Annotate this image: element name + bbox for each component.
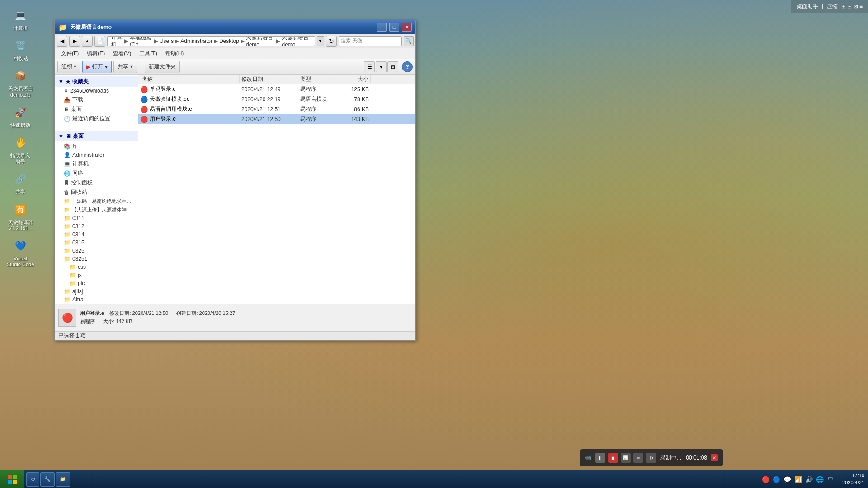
desktop-tree-header[interactable]: ▼ 🖥 桌面 — [55, 131, 138, 141]
desktop-icon-tianming[interactable]: 🈶 天徽翻译器V1.2.191... — [2, 199, 38, 233]
new-folder-button[interactable]: 新建文件夹 — [145, 61, 180, 73]
sidebar-item-controlpanel[interactable]: 🎛 控制面板 — [55, 178, 138, 188]
sidebar-item-css[interactable]: 📁 css — [55, 263, 138, 271]
organize-button[interactable]: 组织 ▾ — [57, 61, 80, 73]
desktop-assistant-label[interactable]: 桌面助手 — [797, 3, 818, 10]
stop-button[interactable]: ⏹ — [608, 453, 618, 463]
chart-button[interactable]: 📊 — [621, 453, 631, 463]
menu-tools[interactable]: 工具(T) — [136, 49, 160, 58]
downloads-icon: ⬇ — [64, 88, 68, 94]
back-button[interactable]: ◀ — [57, 36, 67, 47]
sidebar-item-0312[interactable]: 📁 0312 — [55, 222, 138, 230]
search-button[interactable]: 🔍 — [404, 36, 414, 46]
share-button[interactable]: 共享 ▾ — [113, 61, 137, 73]
controlpanel-icon: 🎛 — [64, 180, 69, 186]
sidebar-item-0315[interactable]: 📁 0315 — [55, 239, 138, 247]
folder-js-icon: 📁 — [69, 272, 76, 278]
help-button[interactable]: ? — [402, 61, 413, 72]
table-row[interactable]: 🔴 用户登录.e 2020/4/21 12:50 易程序 143 KB — [138, 114, 415, 124]
menu-view[interactable]: 查看(V) — [109, 49, 135, 58]
path-admin[interactable]: Administrator — [179, 38, 213, 44]
desktop-icon-share[interactable]: 🔗 共享 — [2, 168, 38, 197]
sidebar-item-pic[interactable]: 📁 pic — [55, 279, 138, 287]
sidebar-item-administrator[interactable]: 👤 Administrator — [55, 151, 138, 159]
desktop-icon-computer[interactable]: 💻 计算机 — [2, 5, 38, 33]
path-computer[interactable]: 计算机 — [110, 36, 124, 46]
start-button[interactable] — [0, 470, 24, 488]
view-caret-button[interactable]: ▾ — [376, 61, 387, 72]
column-header-type[interactable]: 类型 — [298, 75, 339, 83]
desktop-icon-recycle[interactable]: 🗑️ 回收站 — [2, 35, 38, 63]
folder-0325-label: 0325 — [72, 248, 85, 254]
recent-button[interactable]: 📄 — [94, 36, 105, 47]
tray-icon-2[interactable]: 🔵 — [772, 475, 781, 484]
sidebar-item-yuanma[interactable]: 📁 「源码」易简约绝地求生助手易语言源... — [55, 197, 138, 206]
path-users[interactable]: Users — [159, 38, 175, 44]
file-name-cell-3: 🔴 用户登录.e — [140, 115, 240, 123]
view-list-button[interactable]: ☰ — [364, 61, 375, 72]
quickstart-label: 快速启动 — [10, 122, 30, 128]
desktop-icon-fingerprint[interactable]: 🖐️ 指纹录入助手 — [2, 132, 38, 166]
sidebar-item-recycle[interactable]: 🗑 回收站 — [55, 188, 138, 197]
view-preview-button[interactable]: ⊟ — [387, 61, 398, 72]
compress-label[interactable]: 压缩 — [827, 3, 838, 10]
taskbar-item-shield[interactable]: 🛡 — [26, 472, 39, 487]
sidebar-item-mycomputer[interactable]: 💻 计算机 — [55, 159, 138, 169]
sidebar-item-download[interactable]: 📥 下载 — [55, 95, 138, 104]
tray-icon-4[interactable]: 📶 — [793, 475, 802, 484]
pause-button[interactable]: ⏸ — [595, 453, 605, 463]
column-header-date[interactable]: 修改日期 — [240, 75, 298, 83]
column-header-name[interactable]: 名称 — [140, 75, 240, 83]
path-demo2[interactable]: 天徽易语言demo — [281, 36, 312, 46]
tray-icon-3[interactable]: 💬 — [783, 475, 792, 484]
minimize-button[interactable]: — — [377, 23, 387, 32]
open-button[interactable]: ▶ 打开 ▾ — [82, 61, 112, 73]
sidebar-item-library[interactable]: 📚 库 — [55, 141, 138, 151]
tray-icon-zh[interactable]: 中 — [826, 475, 835, 484]
up-button[interactable]: ▲ — [82, 36, 93, 47]
path-desktop[interactable]: Desktop — [218, 38, 240, 44]
sidebar-item-js[interactable]: 📁 js — [55, 271, 138, 279]
address-dropdown[interactable]: ▼ — [317, 36, 324, 46]
sidebar-item-network[interactable]: 🌐 网络 — [55, 169, 138, 178]
sidebar-item-altra[interactable]: 📁 Altra — [55, 296, 138, 304]
desktop-icon-quickstart[interactable]: 🚀 快速启动 — [2, 102, 38, 130]
tray-icon-1[interactable]: 🔴 — [761, 475, 770, 484]
desktop-icon-vscode[interactable]: 💙 VisualStudio Code — [2, 235, 38, 269]
menu-help[interactable]: 帮助(H) — [162, 49, 188, 58]
column-header-size[interactable]: 大小 — [339, 75, 371, 83]
sidebar-item-0311[interactable]: 📁 0311 — [55, 214, 138, 222]
refresh-button[interactable]: ↻ — [326, 36, 337, 47]
sidebar-item-03251[interactable]: 📁 03251 — [55, 255, 138, 263]
desktop-icon-zip[interactable]: 📦 天徽易语言demo.zip — [2, 65, 38, 99]
search-box[interactable]: 搜索 天徽... — [339, 36, 402, 46]
menu-file[interactable]: 文件(F) — [57, 49, 82, 58]
sidebar-item-dayuan[interactable]: 📁 【大源上传】大源猫体神定测试工具(0... — [55, 206, 138, 214]
sidebar-item-0325[interactable]: 📁 0325 — [55, 247, 138, 255]
forward-button[interactable]: ▶ — [69, 36, 80, 47]
menu-edit[interactable]: 编辑(E) — [83, 49, 108, 58]
taskbar-item-folder[interactable]: 📁 — [56, 472, 70, 487]
sidebar-item-0314[interactable]: 📁 0314 — [55, 230, 138, 239]
favorites-header[interactable]: ▼ ★ 收藏夹 — [55, 76, 138, 87]
close-button[interactable]: ✕ — [402, 23, 412, 32]
desktop-icon-area: 💻 计算机 🗑️ 回收站 📦 天徽易语言demo.zip 🚀 快速启动 🖐️ 指… — [0, 0, 41, 488]
table-row[interactable]: 🔵 天徽验证模块.ec 2020/4/20 22:19 易语言模块 78 KB — [138, 94, 415, 104]
table-row[interactable]: 🔴 易语言调用模块.e 2020/4/21 12:51 易程序 86 KB — [138, 104, 415, 114]
maximize-button[interactable]: □ — [389, 23, 399, 32]
sidebar-item-downloads[interactable]: ⬇ 2345Downloads — [55, 87, 138, 95]
sidebar-item-ajilsj[interactable]: 📁 ajilsj — [55, 287, 138, 296]
taskbar-item-tool[interactable]: 🔧 — [40, 472, 55, 487]
sidebar-item-recent[interactable]: 🕐 最近访问的位置 — [55, 114, 138, 123]
path-demo1[interactable]: 天徽易语言demo — [245, 36, 276, 46]
tray-icon-6[interactable]: 🌐 — [815, 475, 824, 484]
table-row[interactable]: 🔴 单码登录.e 2020/4/21 12:49 易程序 125 KB — [138, 84, 415, 94]
edit-button[interactable]: ✏ — [633, 453, 643, 463]
close-recording-button[interactable]: ✕ — [711, 454, 718, 461]
settings-rec-button[interactable]: ⚙ — [646, 453, 656, 463]
address-path[interactable]: 计算机 ▶ 本地磁盘 (C:) ▶ Users ▶ Administrator … — [107, 36, 315, 46]
clock[interactable]: 17:10 2020/4/21 — [839, 472, 868, 486]
tray-icon-5[interactable]: 🔊 — [804, 475, 813, 484]
sidebar-item-desktop[interactable]: 🖥 桌面 — [55, 104, 138, 114]
path-localdisk[interactable]: 本地磁盘 (C:) — [129, 36, 154, 46]
